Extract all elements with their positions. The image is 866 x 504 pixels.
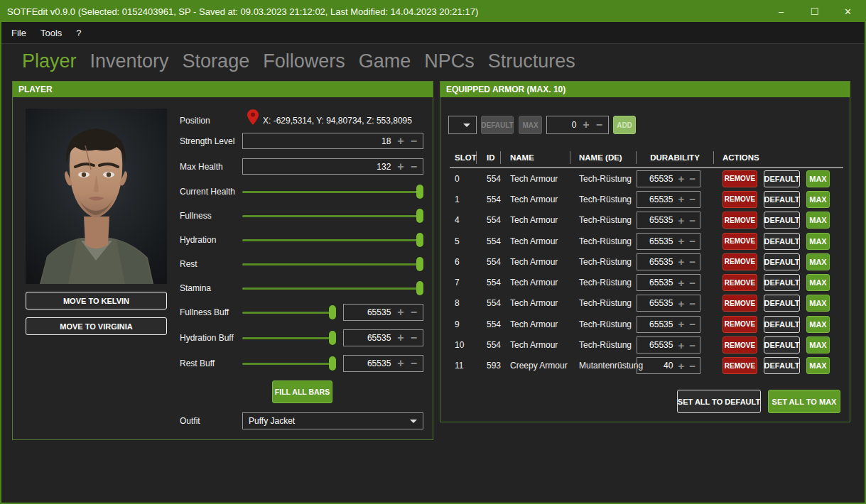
column-header-actions[interactable]: ACTIONS bbox=[714, 151, 843, 164]
durability-value[interactable]: 65535 bbox=[642, 319, 673, 329]
menu-item-file[interactable]: File bbox=[4, 28, 33, 38]
plus-icon[interactable]: + bbox=[678, 256, 684, 267]
minus-icon[interactable]: − bbox=[596, 119, 602, 131]
slider-thumb[interactable] bbox=[416, 281, 423, 295]
plus-icon[interactable]: + bbox=[678, 215, 684, 226]
durability-stepper[interactable]: 65535 + − bbox=[637, 233, 700, 250]
remove-button[interactable]: REMOVE bbox=[722, 336, 757, 354]
durability-value[interactable]: 65535 bbox=[642, 340, 673, 350]
minus-icon[interactable]: − bbox=[689, 256, 695, 267]
move-to-virginia-button[interactable]: MOVE TO VIRGINIA bbox=[26, 317, 167, 335]
durability-value[interactable]: 65535 bbox=[642, 278, 673, 287]
tab-player[interactable]: Player bbox=[22, 50, 90, 72]
add-button[interactable]: ADD bbox=[613, 116, 636, 134]
plus-icon[interactable]: + bbox=[678, 319, 684, 329]
default-button[interactable]: DEFAULT bbox=[764, 357, 800, 374]
minus-icon[interactable]: − bbox=[411, 307, 417, 318]
slider-thumb[interactable] bbox=[329, 356, 336, 371]
max-button[interactable]: MAX bbox=[806, 191, 830, 208]
plus-icon[interactable]: + bbox=[397, 332, 404, 344]
durability-value[interactable]: 65535 bbox=[642, 174, 673, 184]
column-header-slot[interactable]: SLOT bbox=[450, 151, 477, 164]
plus-icon[interactable]: + bbox=[583, 119, 589, 131]
plus-icon[interactable]: + bbox=[397, 136, 404, 147]
max-button[interactable]: MAX bbox=[806, 233, 830, 250]
max-button[interactable]: MAX bbox=[806, 274, 830, 291]
minus-icon[interactable]: − bbox=[689, 298, 695, 309]
fullness-buff-stepper[interactable]: 65535 + − bbox=[343, 304, 423, 321]
durability-value[interactable]: 65535 bbox=[642, 195, 673, 204]
plus-icon[interactable]: + bbox=[678, 340, 684, 351]
plus-icon[interactable]: + bbox=[678, 173, 684, 184]
remove-button[interactable]: REMOVE bbox=[722, 212, 757, 229]
slider-thumb[interactable] bbox=[329, 331, 336, 345]
durability-value[interactable]: 40 bbox=[642, 361, 673, 371]
tab-npcs[interactable]: NPCs bbox=[424, 50, 488, 72]
remove-button[interactable]: REMOVE bbox=[722, 170, 757, 187]
rest-buff-value[interactable]: 65535 bbox=[350, 358, 391, 368]
fill-all-bars-button[interactable]: FILL ALL BARS bbox=[272, 380, 332, 403]
minus-icon[interactable]: − bbox=[689, 319, 695, 329]
minimize-icon[interactable]: – bbox=[764, 1, 798, 22]
strength-stepper[interactable]: 18 + − bbox=[242, 133, 423, 149]
durability-stepper[interactable]: 65535 + − bbox=[637, 295, 700, 312]
add-count-stepper[interactable]: 0 + − bbox=[546, 116, 609, 134]
durability-stepper[interactable]: 65535 + − bbox=[637, 253, 700, 270]
fullness-buff-slider[interactable] bbox=[242, 305, 336, 319]
column-header-durability[interactable]: DURABILITY bbox=[637, 151, 714, 164]
stamina-slider[interactable] bbox=[242, 281, 423, 295]
max-button[interactable]: MAX bbox=[806, 170, 830, 187]
max-button[interactable]: MAX bbox=[806, 253, 830, 270]
durability-value[interactable]: 65535 bbox=[642, 236, 673, 246]
durability-stepper[interactable]: 65535 + − bbox=[637, 191, 700, 208]
outfit-select[interactable]: Puffy Jacket bbox=[242, 412, 423, 429]
slider-thumb[interactable] bbox=[329, 305, 336, 319]
move-to-kelvin-button[interactable]: MOVE TO KELVIN bbox=[26, 292, 167, 309]
minus-icon[interactable]: − bbox=[411, 358, 417, 369]
default-button[interactable]: DEFAULT bbox=[764, 191, 800, 208]
max-button[interactable]: MAX bbox=[806, 336, 830, 354]
minus-icon[interactable]: − bbox=[689, 278, 695, 288]
plus-icon[interactable]: + bbox=[678, 194, 684, 204]
column-header-id[interactable]: ID bbox=[477, 151, 501, 164]
rest-buff-slider[interactable] bbox=[242, 356, 336, 371]
remove-button[interactable]: REMOVE bbox=[722, 357, 757, 374]
tab-structures[interactable]: Structures bbox=[488, 50, 589, 72]
minus-icon[interactable]: − bbox=[689, 361, 695, 371]
rest-slider[interactable] bbox=[242, 257, 423, 271]
max-button[interactable]: MAX bbox=[806, 212, 830, 229]
durability-value[interactable]: 65535 bbox=[642, 298, 673, 308]
tab-followers[interactable]: Followers bbox=[263, 50, 359, 72]
durability-value[interactable]: 65535 bbox=[642, 215, 673, 225]
slider-thumb[interactable] bbox=[416, 185, 423, 199]
minus-icon[interactable]: − bbox=[411, 161, 417, 172]
default-button[interactable]: DEFAULT bbox=[764, 295, 800, 312]
plus-icon[interactable]: + bbox=[678, 361, 684, 371]
plus-icon[interactable]: + bbox=[397, 161, 404, 172]
menu-item-help[interactable]: ? bbox=[69, 28, 88, 38]
default-button[interactable]: DEFAULT bbox=[764, 274, 800, 291]
add-max-button[interactable]: MAX bbox=[519, 116, 542, 134]
max-health-value[interactable]: 132 bbox=[249, 162, 391, 172]
minus-icon[interactable]: − bbox=[411, 136, 417, 147]
strength-value[interactable]: 18 bbox=[249, 136, 391, 146]
plus-icon[interactable]: + bbox=[678, 236, 684, 246]
plus-icon[interactable]: + bbox=[678, 278, 684, 288]
default-button[interactable]: DEFAULT bbox=[764, 212, 800, 229]
plus-icon[interactable]: + bbox=[397, 358, 404, 369]
hydration-slider[interactable] bbox=[242, 233, 423, 247]
slider-thumb[interactable] bbox=[416, 233, 423, 247]
hydration-buff-stepper[interactable]: 65535 + − bbox=[343, 329, 423, 346]
plus-icon[interactable]: + bbox=[397, 307, 404, 318]
remove-button[interactable]: REMOVE bbox=[722, 233, 757, 250]
plus-icon[interactable]: + bbox=[678, 298, 684, 309]
tab-game[interactable]: Game bbox=[359, 50, 425, 72]
remove-button[interactable]: REMOVE bbox=[722, 316, 757, 333]
durability-stepper[interactable]: 65535 + − bbox=[637, 170, 700, 187]
fullness-slider[interactable] bbox=[242, 209, 423, 223]
column-header-name[interactable]: NAME bbox=[501, 151, 570, 164]
slider-thumb[interactable] bbox=[416, 209, 423, 223]
fullness-buff-value[interactable]: 65535 bbox=[350, 307, 391, 317]
rest-buff-stepper[interactable]: 65535 + − bbox=[343, 355, 423, 372]
max-health-stepper[interactable]: 132 + − bbox=[242, 158, 423, 175]
